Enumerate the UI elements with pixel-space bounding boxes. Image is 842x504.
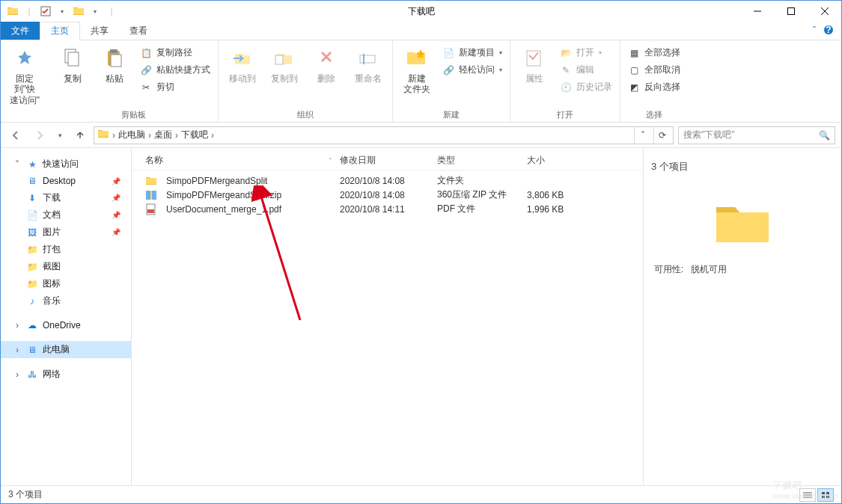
history-button[interactable]: 🕘历史记录 xyxy=(557,79,615,95)
svg-rect-2 xyxy=(787,8,794,15)
select-all-button[interactable]: ▦全部选择 xyxy=(625,45,683,61)
copy-button[interactable]: 复制 xyxy=(53,43,92,84)
new-item-button[interactable]: 📄新建项目 ▾ xyxy=(439,45,505,61)
delete-button[interactable]: 删除 xyxy=(307,43,346,84)
cut-button[interactable]: ✂剪切 xyxy=(137,79,213,95)
properties-button[interactable]: 属性 xyxy=(515,43,554,84)
table-row[interactable]: UserDocument_merge_1.pdf 2020/10/8 14:11… xyxy=(132,202,643,216)
breadcrumb[interactable]: › 此电脑 › 桌面 › 下载吧 › ˅ ⟳ xyxy=(94,126,674,144)
col-date[interactable]: 修改日期 xyxy=(340,154,437,167)
moveto-icon xyxy=(231,46,254,70)
close-button[interactable] xyxy=(808,1,841,22)
svg-rect-11 xyxy=(111,55,121,67)
tab-view[interactable]: 查看 xyxy=(119,22,158,40)
sidebar-network[interactable]: ›🖧网络 xyxy=(1,366,131,383)
col-name[interactable]: 名称˄ xyxy=(145,154,340,167)
collapse-ribbon-icon[interactable]: ˆ xyxy=(813,25,816,36)
paste-icon xyxy=(103,46,126,70)
address-dropdown-icon[interactable]: ˅ xyxy=(634,127,650,144)
sidebar-item-documents[interactable]: 📄文档📌 xyxy=(1,206,131,224)
copyto-icon xyxy=(272,46,296,70)
recent-dropdown[interactable]: ▾ xyxy=(55,126,65,144)
pin-icon xyxy=(13,46,37,70)
easy-access-icon: 🔗 xyxy=(442,64,454,76)
tab-home[interactable]: 主页 xyxy=(40,22,80,40)
chevron-right-icon[interactable]: › xyxy=(112,130,115,141)
chevron-right-icon[interactable]: › xyxy=(175,130,178,141)
search-icon: 🔍 xyxy=(819,130,830,141)
col-size[interactable]: 大小 xyxy=(527,154,594,167)
window-controls xyxy=(740,1,841,22)
address-bar: ▾ › 此电脑 › 桌面 › 下载吧 › ˅ ⟳ 搜索"下载吧" 🔍 xyxy=(1,123,841,148)
table-row[interactable]: SimpoPDFMergeandSplit.zip 2020/10/8 14:0… xyxy=(132,188,643,202)
maximize-button[interactable] xyxy=(774,1,808,22)
svg-rect-19 xyxy=(147,209,154,213)
sidebar-item-music[interactable]: ♪音乐 xyxy=(1,292,131,310)
chevron-right-icon[interactable]: › xyxy=(13,345,22,355)
sidebar-quick-access[interactable]: ˅ ★ 快速访问 xyxy=(1,156,131,173)
group-new-label: 新建 xyxy=(397,108,505,120)
new-folder-button[interactable]: 新建 文件夹 xyxy=(397,43,436,95)
view-icons-button[interactable] xyxy=(817,488,834,502)
sidebar-item-screenshot[interactable]: 📁截图 xyxy=(1,258,131,275)
sidebar-item-downloads[interactable]: ⬇下载📌 xyxy=(1,189,131,206)
copy-path-button[interactable]: 📋复制路径 xyxy=(137,45,213,61)
sidebar-item-desktop[interactable]: 🖥Desktop📌 xyxy=(1,173,131,189)
group-clipboard: 复制 粘贴 📋复制路径 🔗粘贴快捷方式 ✂剪切 剪贴板 xyxy=(49,40,219,122)
view-details-button[interactable] xyxy=(799,488,816,502)
chevron-right-icon[interactable]: › xyxy=(13,369,22,380)
help-icon[interactable]: ? xyxy=(823,25,834,37)
sidebar-thispc[interactable]: ›🖥此电脑 xyxy=(1,341,131,358)
edit-icon: ✎ xyxy=(560,64,572,76)
group-pin-quick: 固定到"快 速访问" xyxy=(1,40,49,122)
sidebar-item-package[interactable]: 📁打包 xyxy=(1,241,131,258)
checkbox-icon[interactable] xyxy=(38,4,53,19)
scissors-icon: ✂ xyxy=(140,82,152,93)
paste-button[interactable]: 粘贴 xyxy=(95,43,134,84)
chevron-right-icon[interactable]: › xyxy=(211,130,214,141)
col-type[interactable]: 类型 xyxy=(437,154,527,167)
chevron-right-icon[interactable]: › xyxy=(13,320,22,331)
select-none-button[interactable]: ▢全部取消 xyxy=(625,62,683,78)
easy-access-button[interactable]: 🔗轻松访问 ▾ xyxy=(439,62,505,78)
pictures-icon: 🖼 xyxy=(26,227,38,239)
crumb-thispc[interactable]: 此电脑 xyxy=(118,129,145,141)
crumb-desktop[interactable]: 桌面 xyxy=(154,129,172,141)
forward-button[interactable] xyxy=(31,126,49,144)
group-organize: 移动到 复制到 删除 重命名 组织 xyxy=(219,40,393,122)
pin-quick-access-button[interactable]: 固定到"快 速访问" xyxy=(5,43,44,105)
status-text: 3 个项目 xyxy=(8,488,43,501)
folder-icon: 📁 xyxy=(26,278,38,290)
pin-icon: 📌 xyxy=(112,228,126,236)
pin-icon: 📌 xyxy=(112,177,126,185)
tab-share[interactable]: 共享 xyxy=(80,22,119,40)
back-button[interactable] xyxy=(7,126,25,144)
sidebar-item-pictures[interactable]: 🖼图片📌 xyxy=(1,224,131,241)
new-item-icon: 📄 xyxy=(442,47,454,59)
svg-rect-25 xyxy=(826,492,829,494)
music-icon: ♪ xyxy=(26,295,38,307)
paste-shortcut-button[interactable]: 🔗粘贴快捷方式 xyxy=(137,62,213,78)
edit-button[interactable]: ✎编辑 xyxy=(557,62,615,78)
qat-dropdown-icon[interactable]: ▾ xyxy=(88,4,103,19)
refresh-icon[interactable]: ⟳ xyxy=(653,127,670,144)
copyto-button[interactable]: 复制到 xyxy=(265,43,304,84)
rename-button[interactable]: 重命名 xyxy=(349,43,388,84)
table-row[interactable]: SimpoPDFMergeandSplit 2020/10/8 14:08 文件… xyxy=(132,173,643,188)
download-icon: ⬇ xyxy=(26,192,38,204)
moveto-button[interactable]: 移动到 xyxy=(223,43,262,84)
up-button[interactable] xyxy=(71,126,89,144)
tab-file[interactable]: 文件 xyxy=(1,22,40,40)
minimize-button[interactable] xyxy=(740,1,774,22)
qat-dropdown-icon[interactable]: ▾ xyxy=(55,4,70,19)
open-button[interactable]: 📂打开 ▾ xyxy=(557,45,615,61)
invert-selection-button[interactable]: ◩反向选择 xyxy=(625,79,683,95)
crumb-folder[interactable]: 下载吧 xyxy=(181,129,208,141)
chevron-down-icon[interactable]: ˅ xyxy=(13,159,22,170)
search-input[interactable]: 搜索"下载吧" 🔍 xyxy=(678,126,835,144)
chevron-right-icon[interactable]: › xyxy=(148,130,151,141)
sidebar-item-icons[interactable]: 📁图标 xyxy=(1,275,131,292)
sidebar-onedrive[interactable]: ›☁OneDrive xyxy=(1,317,131,334)
details-pane: 3 个项目 可用性: 脱机可用 xyxy=(643,148,841,485)
folder-icon: 📁 xyxy=(26,244,38,256)
